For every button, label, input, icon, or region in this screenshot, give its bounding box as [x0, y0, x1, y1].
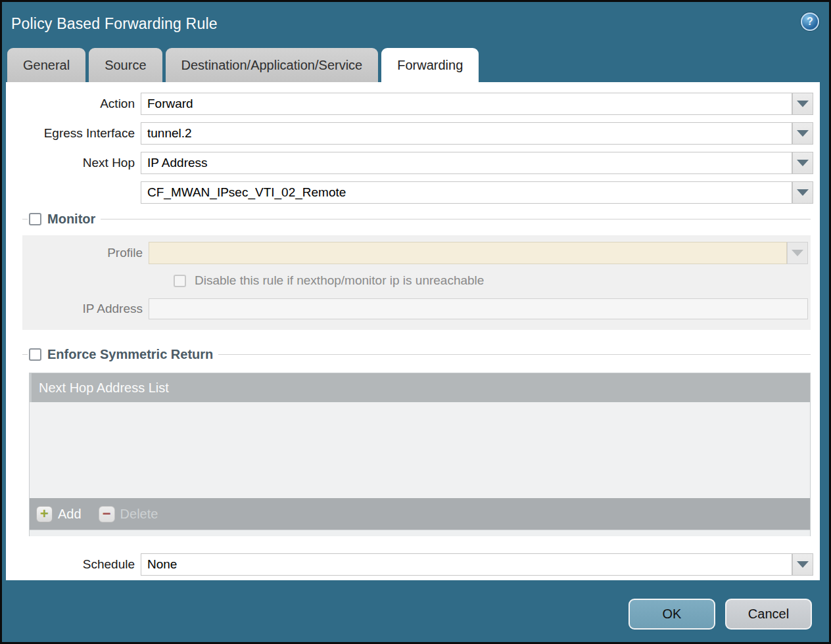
chevron-down-icon [797, 101, 809, 107]
egress-interface-input[interactable]: tunnel.2 [141, 122, 792, 145]
disable-rule-label: Disable this rule if nexthop/monitor ip … [195, 273, 484, 288]
action-input[interactable]: Forward [141, 93, 792, 115]
profile-dropdown-button [787, 242, 808, 264]
disable-rule-checkbox [174, 275, 186, 287]
tab-destination-application-service[interactable]: Destination/Application/Service [166, 48, 379, 82]
next-hop-row: Next Hop IP Address [6, 152, 813, 174]
add-button-label: Add [58, 507, 82, 522]
egress-interface-dropdown-button[interactable] [792, 122, 813, 145]
add-button[interactable]: + Add [36, 506, 82, 522]
next-hop-address-list-table: Next Hop Address List + Add − Delete [29, 373, 811, 536]
enforce-symmetric-return-legend: Enforce Symmetric Return [28, 347, 218, 362]
monitor-panel: Profile Disable this rule if nexthop/mon… [22, 235, 811, 330]
delete-button: − Delete [99, 506, 158, 522]
enforce-symmetric-return-checkbox[interactable] [29, 348, 41, 361]
ok-button[interactable]: OK [629, 599, 715, 630]
cancel-button[interactable]: Cancel [725, 599, 812, 630]
tab-forwarding[interactable]: Forwarding [381, 48, 479, 82]
monitor-legend-label: Monitor [47, 212, 95, 227]
next-hop-address-list-header: Next Hop Address List [30, 373, 810, 402]
next-hop-label: Next Hop [6, 156, 141, 170]
chevron-down-icon [797, 160, 809, 166]
next-hop-address-list-toolbar: + Add − Delete [30, 498, 810, 530]
delete-button-label: Delete [120, 507, 158, 522]
monitor-ip-address-input [149, 298, 808, 319]
plus-icon: + [36, 506, 53, 522]
next-hop-address-row: CF_MWAN_IPsec_VTI_02_Remote [6, 181, 813, 204]
chevron-down-icon [797, 130, 809, 137]
next-hop-type-input[interactable]: IP Address [141, 152, 792, 174]
help-icon[interactable]: ? [801, 12, 819, 31]
next-hop-address-dropdown-button[interactable] [792, 181, 813, 204]
egress-interface-label: Egress Interface [6, 126, 141, 141]
pbf-rule-dialog: Policy Based Forwarding Rule ? General S… [0, 0, 831, 644]
egress-interface-row: Egress Interface tunnel.2 [6, 122, 813, 145]
next-hop-address-list-footer-strip [30, 530, 810, 536]
tab-general[interactable]: General [7, 48, 85, 82]
action-dropdown-button[interactable] [792, 93, 813, 115]
monitor-fieldset: Monitor Profile Disable this rule if nex… [22, 212, 811, 330]
chevron-down-icon [797, 561, 809, 568]
profile-row: Profile [22, 242, 808, 264]
monitor-legend: Monitor [28, 212, 101, 227]
disable-rule-row: Disable this rule if nexthop/monitor ip … [174, 273, 808, 288]
dialog-title: Policy Based Forwarding Rule [11, 15, 218, 33]
monitor-ip-address-label: IP Address [22, 302, 149, 316]
action-label: Action [6, 97, 141, 111]
schedule-row: Schedule None [6, 553, 813, 576]
chevron-down-icon [792, 250, 803, 256]
profile-input [149, 242, 787, 264]
next-hop-address-input[interactable]: CF_MWAN_IPsec_VTI_02_Remote [141, 181, 792, 204]
tab-strip: General Source Destination/Application/S… [7, 48, 479, 82]
chevron-down-icon [797, 189, 809, 196]
tab-source[interactable]: Source [89, 48, 162, 82]
minus-icon: − [99, 506, 115, 522]
action-row: Action Forward [6, 93, 813, 115]
profile-label: Profile [22, 246, 149, 260]
monitor-ip-address-row: IP Address [22, 298, 808, 319]
enforce-symmetric-return-fieldset: Enforce Symmetric Return Next Hop Addres… [22, 347, 811, 536]
next-hop-address-list-body [30, 402, 810, 498]
forwarding-tab-panel: Action Forward Egress Interface tunnel.2… [6, 82, 820, 580]
schedule-dropdown-button[interactable] [792, 553, 813, 576]
next-hop-type-dropdown-button[interactable] [792, 152, 813, 174]
schedule-label: Schedule [6, 557, 141, 572]
schedule-input[interactable]: None [141, 553, 792, 576]
enforce-symmetric-return-legend-label: Enforce Symmetric Return [47, 347, 213, 362]
monitor-checkbox[interactable] [29, 213, 41, 225]
